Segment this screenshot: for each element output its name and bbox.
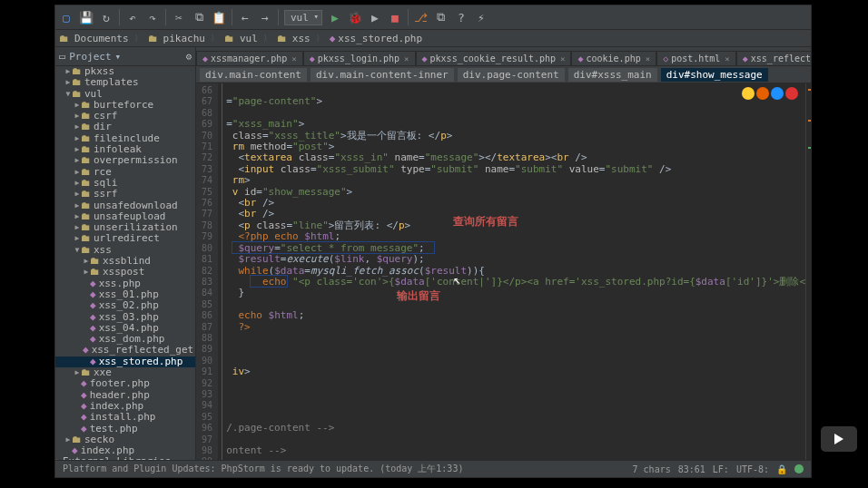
lightning-icon[interactable]: ⚡ xyxy=(474,10,488,24)
editor-tab[interactable]: ◆xssmanager.php× xyxy=(196,51,303,65)
editor-tab[interactable]: ◆pkxss_cookie_result.php× xyxy=(416,51,572,65)
run-icon[interactable]: ▶ xyxy=(328,10,342,24)
analysis-ok-icon[interactable] xyxy=(794,464,804,473)
status-enc[interactable]: UTF-8: xyxy=(736,464,769,474)
project-pane: ▭ Project ▾ ⚙ ▶🖿pkxss▶🖿templates▼🖿vul▶🖿b… xyxy=(55,47,196,460)
path-breadcrumbs: 🖿Documents〉🖿pikachu〉🖿vul〉🖿xss〉◆xss_store… xyxy=(55,30,811,47)
ide-window: ▢ 💾 ↻ ↶ ↷ ✂ ⧉ 📋 ← → vul ▶ 🐞 ▶ ■ ⎇ ⧉ ? ⚡ … xyxy=(54,5,812,478)
crumb[interactable]: 🖿xss xyxy=(277,33,311,44)
crumb[interactable]: ◆xss_stored.php xyxy=(330,33,422,44)
tree-node[interactable]: ▶🖿xsspost xyxy=(55,267,195,278)
crumb[interactable]: 🖿pikachu xyxy=(148,33,205,44)
main-toolbar: ▢ 💾 ↻ ↶ ↷ ✂ ⧉ 📋 ← → vul ▶ 🐞 ▶ ■ ⎇ ⧉ ? ⚡ xyxy=(55,5,811,30)
main-split: ▭ Project ▾ ⚙ ▶🖿pkxss▶🖿templates▼🖿vul▶🖿b… xyxy=(55,47,811,460)
opera-icon[interactable] xyxy=(785,87,798,100)
browser-preview[interactable] xyxy=(742,87,798,100)
struct-crumb[interactable]: div.main-content-inner xyxy=(311,68,454,82)
chrome-icon[interactable] xyxy=(742,87,755,100)
gutter: 66 67 68 69 70 71 72 73 74 75 76 77 78 7… xyxy=(196,83,218,460)
vcs-icon[interactable]: ⎇ xyxy=(414,10,429,24)
separator xyxy=(232,9,232,25)
project-tree[interactable]: ▶🖿pkxss▶🖿templates▼🖿vul▶🖿burteforce▶🖿csr… xyxy=(55,66,195,460)
video-play-icon[interactable] xyxy=(821,426,857,452)
editor-tab[interactable]: ◆cookie.php× xyxy=(571,51,656,65)
tree-node[interactable]: ▶🖿urlredirect xyxy=(55,233,195,244)
tree-node[interactable]: ▶🖿sqli xyxy=(55,178,195,189)
separator xyxy=(278,9,279,25)
highlight-box xyxy=(250,275,288,288)
editor-tab[interactable]: ◇post.html× xyxy=(656,51,736,65)
project-icon: ▭ xyxy=(59,50,65,63)
tree-node[interactable]: ◆xss_reflected_get.php xyxy=(55,345,195,356)
tree-node[interactable]: ◆footer.php xyxy=(55,378,195,389)
tree-node[interactable]: ▶🖿csrf xyxy=(55,111,195,122)
tree-node[interactable]: ▶🖿dir xyxy=(55,122,195,132)
coverage-icon[interactable]: ▶ xyxy=(368,10,382,24)
back-icon[interactable]: ← xyxy=(238,10,252,24)
struct-crumb[interactable]: div.main-content xyxy=(200,68,307,82)
undo-icon[interactable]: ↶ xyxy=(125,10,140,24)
highlight-box xyxy=(232,241,435,254)
lock-icon[interactable]: 🔒 xyxy=(776,464,787,474)
ssh-icon[interactable]: ⧉ xyxy=(434,10,449,24)
forward-icon[interactable]: → xyxy=(258,10,272,24)
firefox-icon[interactable] xyxy=(756,87,769,100)
editor-area: ◆xssmanager.php×◆pkxss_login.php×◆pkxss_… xyxy=(196,47,811,460)
tree-node[interactable]: ▶🖿rce xyxy=(55,167,195,178)
tree-node[interactable]: ▶🖿templates xyxy=(55,77,195,88)
struct-crumb[interactable]: div#xsss_main xyxy=(568,68,657,82)
crumb[interactable]: 🖿Documents xyxy=(59,33,129,44)
paste-icon[interactable]: 📋 xyxy=(212,10,226,24)
editor-tabs: ◆xssmanager.php×◆pkxss_login.php×◆pkxss_… xyxy=(196,47,811,66)
status-lf[interactable]: LF: xyxy=(713,464,729,474)
editor-tab[interactable]: ◆pkxss_login.php× xyxy=(303,51,416,65)
annotation: 输出留言 xyxy=(397,290,440,301)
error-stripe[interactable] xyxy=(805,83,811,460)
struct-crumb[interactable]: div.page-content xyxy=(458,68,565,82)
stop-icon[interactable]: ■ xyxy=(388,10,402,24)
sync-icon[interactable]: ↻ xyxy=(99,10,113,24)
redo-icon[interactable]: ↷ xyxy=(145,10,160,24)
code-area[interactable]: 66 67 68 69 70 71 72 73 74 75 76 77 78 7… xyxy=(196,83,811,460)
help-icon[interactable]: ? xyxy=(454,10,469,24)
separator xyxy=(165,9,166,25)
struct-crumb[interactable]: div#show_message xyxy=(661,68,768,82)
crumb[interactable]: 🖿vul xyxy=(224,33,258,44)
tree-node[interactable]: ▶🖿ssrf xyxy=(55,189,195,200)
code-text[interactable]: ="page-content"> ="xsss_main"> class="xs… xyxy=(222,83,805,460)
copy-icon[interactable]: ⧉ xyxy=(192,10,206,24)
separator xyxy=(119,9,120,25)
project-header[interactable]: ▭ Project ▾ ⚙ xyxy=(55,47,195,66)
dropdown-icon[interactable]: ▾ xyxy=(115,51,122,63)
ie-icon[interactable] xyxy=(771,87,784,100)
debug-icon[interactable]: 🐞 xyxy=(348,10,362,24)
tree-node[interactable]: ▶🖿unsafedownload xyxy=(55,200,195,211)
cut-icon[interactable]: ✂ xyxy=(172,10,186,24)
tree-node[interactable]: ▶🖿burteforce xyxy=(55,100,195,111)
editor-tab[interactable]: ◆xss_reflected_get.php× xyxy=(736,51,811,65)
open-icon[interactable]: ▢ xyxy=(59,10,74,24)
tree-node[interactable]: ◆test.php xyxy=(55,424,195,434)
status-chars: 7 chars xyxy=(633,464,671,474)
annotation: 查询所有留言 xyxy=(453,216,518,227)
structure-breadcrumbs: div.main-contentdiv.main-content-innerdi… xyxy=(196,66,811,83)
tree-node[interactable]: ◆xss_stored.php xyxy=(55,356,195,367)
gear-icon[interactable]: ⚙ xyxy=(185,51,192,63)
run-config-select[interactable]: vul xyxy=(284,10,322,25)
status-pos[interactable]: 83:61 xyxy=(678,464,705,474)
tree-node[interactable]: ◆xss_02.php xyxy=(55,300,195,311)
project-label: Project xyxy=(69,51,111,63)
separator xyxy=(408,9,409,25)
status-msg: Platform and Plugin Updates: PhpStorm is… xyxy=(63,463,463,475)
tree-node[interactable]: ▶🖿overpermission xyxy=(55,155,195,166)
tree-node[interactable]: ◆xss_03.php xyxy=(55,312,195,323)
save-icon[interactable]: 💾 xyxy=(79,10,94,24)
status-bar: Platform and Plugin Updates: PhpStorm is… xyxy=(55,460,811,477)
tree-node[interactable]: ◆install.php xyxy=(55,412,195,423)
